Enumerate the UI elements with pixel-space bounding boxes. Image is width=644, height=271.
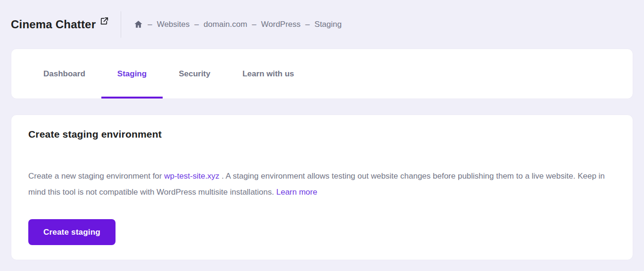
breadcrumb-item-staging: Staging xyxy=(314,20,342,29)
page-header: Cinema Chatter – Websites – domain.com –… xyxy=(0,0,644,49)
staging-description: Create a new staging environment for wp-… xyxy=(28,168,613,200)
breadcrumb-separator: – xyxy=(252,20,256,29)
home-icon[interactable] xyxy=(134,20,143,29)
breadcrumb-separator: – xyxy=(305,20,310,29)
tab-label: Staging xyxy=(117,69,147,79)
tab-dashboard[interactable]: Dashboard xyxy=(27,49,101,99)
description-part-1: Create a new staging environment for xyxy=(28,172,164,181)
breadcrumb-item-wordpress[interactable]: WordPress xyxy=(261,20,301,29)
header-divider xyxy=(121,11,121,38)
tab-learn-with-us[interactable]: Learn with us xyxy=(226,49,310,99)
site-title-wrap: Cinema Chatter xyxy=(11,18,109,31)
card-title: Create staging environment xyxy=(28,129,616,140)
breadcrumb-item-domain[interactable]: domain.com xyxy=(204,20,248,29)
external-link-icon[interactable] xyxy=(100,16,109,25)
tab-label: Dashboard xyxy=(43,69,85,79)
staging-card: Create staging environment Create a new … xyxy=(11,115,633,260)
tab-security[interactable]: Security xyxy=(163,49,226,99)
breadcrumb-item-websites[interactable]: Websites xyxy=(157,20,190,29)
tab-bar: Dashboard Staging Security Learn with us xyxy=(11,49,633,99)
create-staging-button[interactable]: Create staging xyxy=(28,219,116,245)
tab-label: Learn with us xyxy=(242,69,294,79)
site-title: Cinema Chatter xyxy=(11,18,96,31)
breadcrumb-separator: – xyxy=(148,20,152,29)
breadcrumb-separator: – xyxy=(194,20,198,29)
tab-staging[interactable]: Staging xyxy=(101,49,163,99)
learn-more-link[interactable]: Learn more xyxy=(276,188,317,197)
domain-link[interactable]: wp-test-site.xyz xyxy=(164,172,219,181)
breadcrumb: – Websites – domain.com – WordPress – St… xyxy=(134,20,342,29)
tab-label: Security xyxy=(179,69,210,79)
